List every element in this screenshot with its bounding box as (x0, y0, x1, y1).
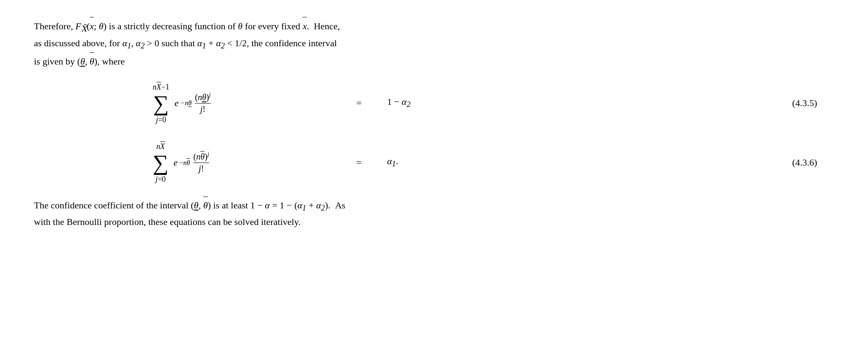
exp-sup-436: −nθ (179, 158, 190, 167)
para1-line3: is given by (θ, θ), where (34, 56, 125, 67)
equation-435-row: nX−1 ∑ j=0 e−nθ (nθ)j j! (153, 82, 834, 124)
rhs-435: 1 − α2 (387, 96, 438, 109)
summation-436: nX ∑ j=0 (153, 141, 168, 184)
equations-block: nX−1 ∑ j=0 e−nθ (nθ)j j! (153, 82, 834, 184)
para2-line1: The confidence coefficient of the interv… (34, 200, 345, 211)
sum-upper-436: nX (157, 141, 165, 151)
equation-435-lhs: nX−1 ∑ j=0 e−nθ (nθ)j j! (153, 82, 331, 124)
frac-den-435: j! (200, 104, 205, 114)
sum-symbol-435: ∑ (153, 93, 169, 115)
rhs-436: α1. (387, 156, 438, 168)
exp-base-436: e (174, 157, 178, 168)
fraction-435: (nθ)j j! (195, 92, 211, 114)
sum-lower-436: j=0 (155, 175, 165, 184)
sum-lower-435: j=0 (156, 115, 166, 124)
exp-sup-435: −nθ (180, 99, 192, 107)
frac-den-436: j! (199, 163, 204, 174)
equals-436: = (356, 157, 361, 168)
exp-frac-435: e−nθ (nθ)j j! (174, 92, 212, 114)
eq-number-436: (4.3.6) (792, 157, 834, 168)
sum-symbol-436: ∑ (153, 152, 168, 174)
equation-436-lhs: nX ∑ j=0 e−nθ (nθ)j j! (153, 141, 331, 184)
paragraph-2: The confidence coefficient of the interv… (34, 197, 834, 230)
frac-num-436: (nθ)j (193, 151, 209, 163)
equation-436-row: nX ∑ j=0 e−nθ (nθ)j j! (153, 141, 834, 184)
exp-frac-436: e−nθ (nθ)j j! (174, 151, 211, 174)
para2-line2: with the Bernoulli proportion, these equ… (34, 216, 300, 227)
eq-number-435: (4.3.5) (792, 98, 834, 109)
equals-435: = (356, 98, 361, 109)
para1-line2: as discussed above, for α1, α2 > 0 such … (34, 38, 337, 48)
paragraph-1: Therefore, FX̄(x; θ) is a strictly decre… (34, 17, 834, 69)
exp-base-435: e (174, 98, 179, 109)
para1-text: Therefore, FX̄(x; θ) is a strictly decre… (34, 21, 340, 31)
page-content: Therefore, FX̄(x; θ) is a strictly decre… (34, 17, 834, 229)
frac-num-435: (nθ)j (195, 92, 211, 104)
sum-upper-435: nX−1 (153, 82, 169, 92)
fraction-436: (nθ)j j! (193, 151, 209, 174)
summation-435: nX−1 ∑ j=0 (153, 82, 169, 124)
